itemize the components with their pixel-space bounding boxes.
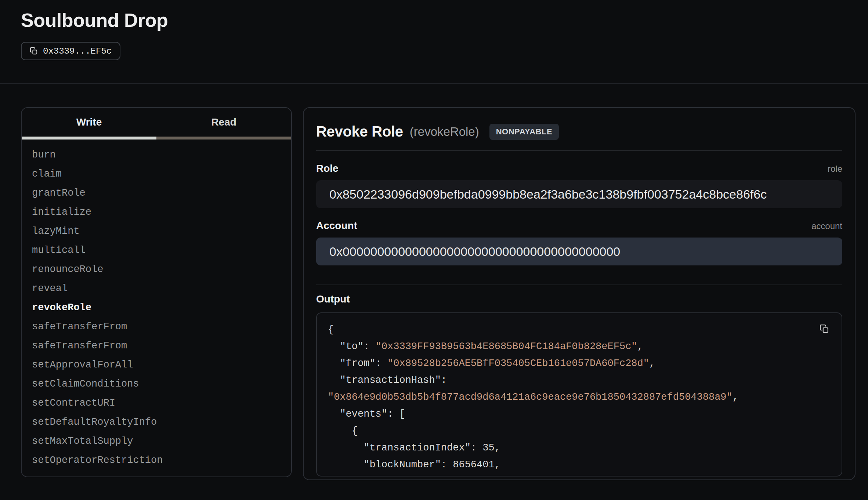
account-field-hint: account bbox=[811, 221, 842, 231]
copy-output-button[interactable] bbox=[818, 323, 831, 335]
contract-address-short: 0x3339...EF5c bbox=[43, 46, 112, 56]
function-item-setDefaultRoyaltyInfo[interactable]: setDefaultRoyaltyInfo bbox=[22, 413, 291, 432]
role-field-block: Role role bbox=[316, 163, 842, 208]
function-item-burn[interactable]: burn bbox=[22, 145, 291, 164]
output-code: { "to": "0x3339FF93B9563b4E8685B04FC184a… bbox=[328, 321, 831, 477]
tab-write-label: Write bbox=[76, 116, 102, 128]
function-title: Revoke Role bbox=[316, 123, 403, 140]
detail-divider-output bbox=[316, 285, 842, 285]
main-content: Write Read burnclaimgrantRoleinitializel… bbox=[0, 84, 868, 480]
function-detail-card: Revoke Role (revokeRole) NONPAYABLE Role… bbox=[303, 107, 856, 480]
function-list: burnclaimgrantRoleinitializelazyMintmult… bbox=[22, 140, 291, 470]
function-item-lazyMint[interactable]: lazyMint bbox=[22, 222, 291, 241]
copy-icon bbox=[30, 47, 38, 55]
output-code-block: { "to": "0x3339FF93B9563b4E8685B04FC184a… bbox=[316, 312, 842, 477]
function-item-setClaimConditions[interactable]: setClaimConditions bbox=[22, 374, 291, 394]
function-item-safeTransferFrom[interactable]: safeTransferFrom bbox=[22, 317, 291, 336]
copy-icon bbox=[820, 324, 829, 334]
detail-header: Revoke Role (revokeRole) NONPAYABLE bbox=[316, 123, 842, 140]
role-input[interactable] bbox=[316, 180, 842, 208]
functions-card: Write Read burnclaimgrantRoleinitializel… bbox=[21, 107, 292, 477]
role-label-row: Role role bbox=[316, 163, 842, 174]
account-input[interactable] bbox=[316, 238, 842, 265]
tab-read-label: Read bbox=[211, 116, 236, 128]
output-label: Output bbox=[316, 293, 842, 305]
function-item-setOperatorRestriction[interactable]: setOperatorRestriction bbox=[22, 451, 291, 470]
role-field-hint: role bbox=[828, 164, 842, 174]
function-item-multicall[interactable]: multicall bbox=[22, 241, 291, 260]
role-field-label: Role bbox=[316, 163, 339, 174]
function-item-renounceRole[interactable]: renounceRole bbox=[22, 260, 291, 279]
function-item-reveal[interactable]: reveal bbox=[22, 279, 291, 298]
function-item-initialize[interactable]: initialize bbox=[22, 203, 291, 222]
function-item-setMaxTotalSupply[interactable]: setMaxTotalSupply bbox=[22, 432, 291, 451]
detail-divider-top bbox=[316, 150, 842, 151]
tab-write[interactable]: Write bbox=[22, 108, 156, 140]
function-item-grantRole[interactable]: grantRole bbox=[22, 184, 291, 203]
account-field-label: Account bbox=[316, 220, 357, 232]
function-item-claim[interactable]: claim bbox=[22, 164, 291, 184]
function-item-safeTransferFrom[interactable]: safeTransferFrom bbox=[22, 336, 291, 355]
function-item-revokeRole[interactable]: revokeRole bbox=[22, 298, 291, 317]
tab-read[interactable]: Read bbox=[156, 108, 291, 140]
function-name: (revokeRole) bbox=[410, 125, 479, 139]
tab-bar: Write Read bbox=[22, 108, 291, 140]
page-header: Soulbound Drop 0x3339...EF5c bbox=[0, 0, 868, 60]
account-label-row: Account account bbox=[316, 220, 842, 232]
function-item-setApprovalForAll[interactable]: setApprovalForAll bbox=[22, 355, 291, 374]
page-title: Soulbound Drop bbox=[21, 9, 856, 32]
mutability-badge: NONPAYABLE bbox=[489, 124, 559, 140]
contract-address-badge[interactable]: 0x3339...EF5c bbox=[21, 42, 120, 60]
function-item-setContractURI[interactable]: setContractURI bbox=[22, 394, 291, 413]
account-field-block: Account account bbox=[316, 220, 842, 265]
